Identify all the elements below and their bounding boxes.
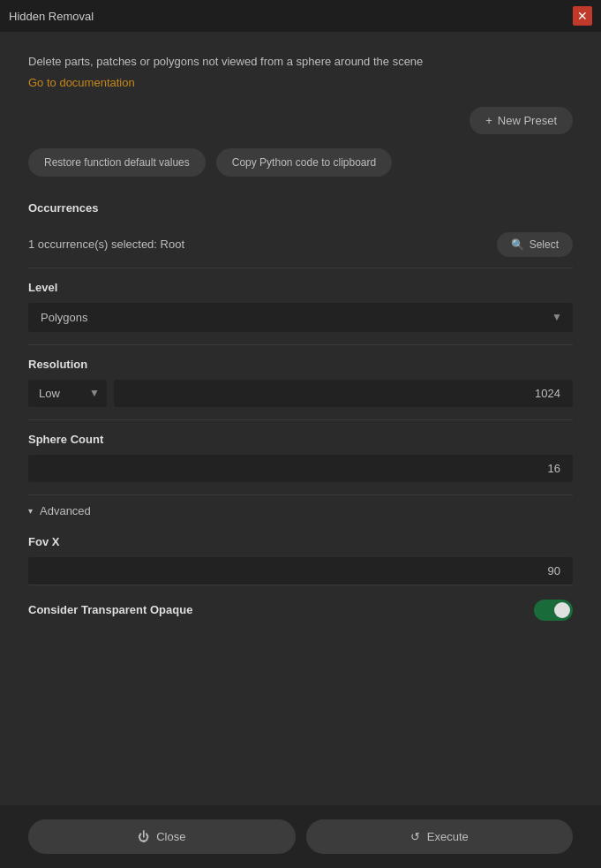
select-button[interactable]: 🔍 Select <box>497 232 573 257</box>
sphere-count-section: Sphere Count <box>28 420 573 494</box>
fov-x-input[interactable] <box>28 557 573 585</box>
copy-python-button[interactable]: Copy Python code to clipboard <box>216 148 392 177</box>
level-label: Level <box>28 281 573 294</box>
select-label: Select <box>530 238 559 251</box>
close-icon: ⏻ <box>138 830 149 843</box>
window-title: Hidden Removal <box>9 10 94 23</box>
resolution-preset-wrapper: Low Medium High Custom ▼ <box>28 380 107 407</box>
hidden-removal-window: Hidden Removal ✕ Delete parts, patches o… <box>0 0 601 868</box>
window-close-button[interactable]: ✕ <box>573 6 592 26</box>
advanced-toggle[interactable]: ▾ Advanced <box>28 495 573 530</box>
content-area: Delete parts, patches or polygons not vi… <box>0 32 601 805</box>
restore-defaults-button[interactable]: Restore function default values <box>28 148 206 177</box>
sphere-count-label: Sphere Count <box>28 433 573 446</box>
execute-icon: ↺ <box>410 830 420 843</box>
occurrences-row: 1 occurrence(s) selected: Root 🔍 Select <box>28 223 573 268</box>
occurrences-text: 1 occurrence(s) selected: Root <box>28 238 184 251</box>
resolution-row: Low Medium High Custom ▼ <box>28 380 573 419</box>
search-icon: 🔍 <box>511 238 524 251</box>
advanced-chevron-icon: ▾ <box>28 506 33 516</box>
documentation-link[interactable]: Go to documentation <box>28 76 573 89</box>
preset-row: + New Preset <box>28 107 573 134</box>
action-buttons-row: Restore function default values Copy Pyt… <box>28 148 573 177</box>
resolution-section: Resolution Low Medium High Custom ▼ <box>28 345 573 420</box>
resolution-label: Resolution <box>28 358 573 371</box>
new-preset-button[interactable]: + New Preset <box>470 107 573 134</box>
fov-x-section: Fov X <box>28 530 573 585</box>
footer: ⏻ Close ↺ Execute <box>0 805 601 868</box>
close-label: Close <box>156 830 185 843</box>
close-button[interactable]: ⏻ Close <box>28 819 296 854</box>
fov-x-label: Fov X <box>28 535 573 548</box>
transparent-toggle[interactable] <box>534 600 573 621</box>
resolution-preset-select[interactable]: Low Medium High Custom <box>28 380 107 407</box>
description-text: Delete parts, patches or polygons not vi… <box>28 53 573 71</box>
new-preset-label: New Preset <box>498 114 557 127</box>
toggle-slider <box>534 600 573 621</box>
titlebar: Hidden Removal ✕ <box>0 0 601 32</box>
level-section: Level Polygons Patches Parts ▼ <box>28 268 573 345</box>
level-select[interactable]: Polygons Patches Parts <box>28 303 573 332</box>
advanced-label: Advanced <box>40 504 91 517</box>
resolution-value-input[interactable] <box>114 380 573 407</box>
transparent-section: Consider Transparent Opaque <box>28 585 573 630</box>
sphere-count-input[interactable] <box>28 455 573 482</box>
execute-button[interactable]: ↺ Execute <box>306 819 574 854</box>
fov-x-wrapper <box>28 557 573 585</box>
occurrences-section: Occurrences 1 occurrence(s) selected: Ro… <box>28 201 573 268</box>
level-dropdown-row: Polygons Patches Parts ▼ <box>28 303 573 344</box>
plus-icon: + <box>485 114 492 127</box>
execute-label: Execute <box>427 830 469 843</box>
occurrences-label: Occurrences <box>28 201 573 215</box>
level-dropdown-wrapper: Polygons Patches Parts ▼ <box>28 303 573 332</box>
sphere-count-wrapper <box>28 455 573 482</box>
resolution-value-wrapper <box>114 380 573 407</box>
transparent-label: Consider Transparent Opaque <box>28 603 192 616</box>
